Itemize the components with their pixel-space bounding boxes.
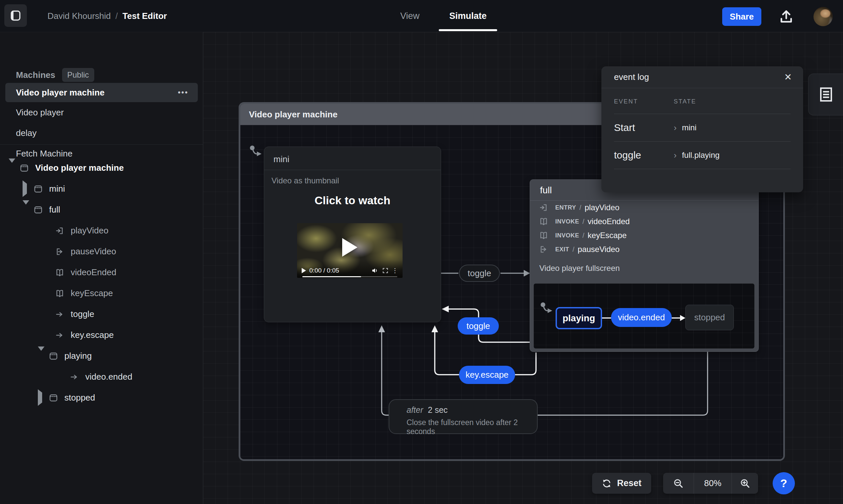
caret-down-icon[interactable] <box>22 204 29 215</box>
action-name: keyEscape <box>588 231 626 240</box>
machine-menu-button[interactable]: ••• <box>178 88 189 97</box>
machine-item[interactable]: Video player <box>0 102 203 123</box>
export-button[interactable] <box>777 8 796 25</box>
state-icon <box>49 352 58 360</box>
zoom-level[interactable]: 80% <box>694 473 732 494</box>
machine-item[interactable]: delay <box>0 123 203 143</box>
tree-item-full[interactable]: full <box>0 199 203 220</box>
tab-view[interactable]: View <box>385 0 435 32</box>
entry-action-icon <box>55 227 64 235</box>
event-name: toggle <box>614 149 674 161</box>
action-separator: / <box>583 232 584 239</box>
chevron-right-icon: › <box>674 150 677 161</box>
machines-header: Machines Public <box>16 68 94 82</box>
state-node-stopped[interactable]: stopped <box>685 305 734 330</box>
tree-item-mini[interactable]: mini <box>0 178 203 199</box>
tree-item-label: toggle <box>71 309 94 319</box>
state-description: Video player fullscreen <box>530 256 758 273</box>
tree-item-keyescape[interactable]: keyEscape <box>0 283 203 304</box>
exit-action-row[interactable]: EXIT / pauseVideo <box>530 242 758 256</box>
zoom-in-button[interactable] <box>732 473 758 494</box>
action-kind: ENTRY <box>555 204 576 211</box>
tree-item-label: playing <box>64 351 91 361</box>
tree-item-playvideo[interactable]: playVideo <box>0 220 203 241</box>
tab-simulate[interactable]: Simulate <box>438 0 498 32</box>
chevron-right-icon: › <box>674 123 677 133</box>
event-arrow-icon <box>55 310 64 319</box>
document-icon <box>820 87 833 103</box>
initial-state-marker <box>250 145 262 157</box>
state-icon <box>34 205 42 214</box>
state-node-full[interactable]: full ENTRY / playVideo INVOKE / videoEnd… <box>530 179 759 352</box>
action-name: videoEnded <box>588 217 630 226</box>
invoke-icon <box>539 217 548 226</box>
tree-item-videoended[interactable]: videoEnded <box>0 262 203 283</box>
event-state: full.playing <box>682 150 720 160</box>
transition-key-escape[interactable]: key.escape <box>459 366 515 384</box>
event-name: Start <box>614 122 674 133</box>
state-description: Video as thumbnail <box>264 170 441 185</box>
sidebar-divider <box>0 144 203 145</box>
tree-item-playing[interactable]: playing <box>0 345 203 366</box>
full-children-region: playing video.ended stopped <box>534 284 754 348</box>
volume-icon[interactable] <box>372 267 379 274</box>
public-badge: Public <box>62 68 94 82</box>
tree-item-toggle-event[interactable]: toggle <box>0 304 203 325</box>
state-title[interactable]: mini <box>264 147 441 164</box>
machine-item-selected[interactable]: Video player machine ••• <box>5 83 198 102</box>
entry-action-row[interactable]: ENTRY / playVideo <box>530 201 758 215</box>
transition-video-ended[interactable]: video.ended <box>611 308 672 327</box>
state-icon <box>34 185 42 193</box>
action-kind: INVOKE <box>555 232 579 239</box>
transition-toggle-to-full[interactable]: toggle <box>459 265 500 282</box>
transition-after-2sec[interactable]: after 2 sec Close the fullscreen video a… <box>389 399 538 434</box>
zoom-out-icon <box>673 479 683 488</box>
event-arrow-icon <box>55 331 64 340</box>
video-player[interactable]: 0:00 / 0:05 ⋮ <box>297 223 402 278</box>
event-log-row[interactable]: Start › mini <box>601 114 803 141</box>
zoom-out-button[interactable] <box>663 473 694 494</box>
video-time: 0:00 / 0:05 <box>309 267 339 274</box>
top-bar: David Khourshid / Test Editor View Simul… <box>0 0 843 32</box>
breadcrumb: David Khourshid / Test Editor <box>48 0 167 32</box>
zoom-controls: 80% <box>663 473 758 494</box>
tree-item-label: playVideo <box>71 226 108 236</box>
tree-item-keyescape-event[interactable]: key.escape <box>0 325 203 345</box>
caret-down-icon[interactable] <box>8 163 15 173</box>
invoke-icon <box>55 289 64 298</box>
help-button[interactable]: ? <box>773 472 795 494</box>
share-button[interactable]: Share <box>722 7 761 26</box>
action-name: playVideo <box>584 203 619 212</box>
tree-item-videoended-event[interactable]: video.ended <box>0 366 203 387</box>
invoke-row[interactable]: INVOKE / videoEnded <box>530 215 758 229</box>
exit-action-icon <box>55 247 64 256</box>
state-node-mini[interactable]: mini Video as thumbnail Click to watch 0… <box>264 147 441 322</box>
caret-right-icon[interactable] <box>22 184 29 194</box>
zoom-in-icon <box>740 479 750 488</box>
state-icon <box>20 164 29 173</box>
video-progress-bar[interactable] <box>302 276 397 277</box>
state-node-playing-active[interactable]: playing <box>555 307 602 329</box>
exit-action-icon <box>539 245 548 254</box>
tree-item-root[interactable]: Video player machine <box>0 158 203 178</box>
close-icon[interactable]: ✕ <box>784 73 792 82</box>
caret-down-icon[interactable] <box>38 351 44 361</box>
sidebar-toggle-button[interactable] <box>4 4 27 27</box>
avatar[interactable] <box>813 7 833 26</box>
caret-right-icon[interactable] <box>38 393 44 403</box>
event-log-row[interactable]: toggle › full.playing <box>601 142 803 169</box>
tree-item-label: mini <box>49 184 65 194</box>
invoke-row[interactable]: INVOKE / keyEscape <box>530 229 758 242</box>
docs-panel-button[interactable] <box>808 74 843 115</box>
fullscreen-icon[interactable] <box>382 267 389 274</box>
breadcrumb-user[interactable]: David Khourshid <box>48 11 111 21</box>
tree-item-pausevideo[interactable]: pauseVideo <box>0 241 203 262</box>
video-play-icon[interactable] <box>342 238 358 257</box>
transition-toggle-to-mini[interactable]: toggle <box>458 317 499 335</box>
video-play-button[interactable] <box>302 268 306 273</box>
reset-button[interactable]: Reset <box>592 473 651 494</box>
breadcrumb-project-title[interactable]: Test Editor <box>122 11 167 21</box>
video-menu-icon[interactable]: ⋮ <box>392 267 398 274</box>
action-separator: / <box>572 246 574 253</box>
tree-item-stopped[interactable]: stopped <box>0 387 203 408</box>
